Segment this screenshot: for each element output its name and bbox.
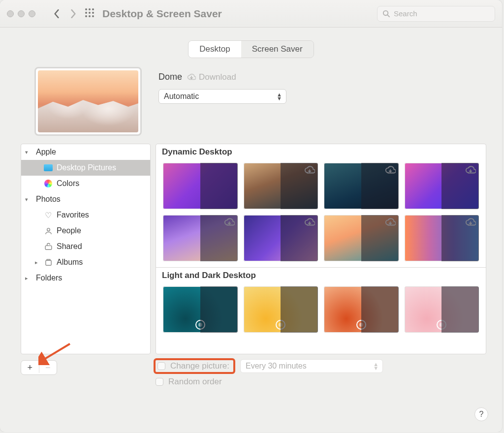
random-order-label: Random order <box>168 377 222 387</box>
cloud-download-icon <box>385 165 396 178</box>
wallpaper-thumb[interactable] <box>244 163 318 209</box>
change-interval-select[interactable]: Every 30 minutes ▲▼ <box>240 359 383 373</box>
change-interval-value: Every 30 minutes <box>246 362 307 371</box>
download-icon <box>187 73 196 82</box>
tree-item-colors[interactable]: Colors <box>21 176 150 191</box>
wallpaper-thumb[interactable] <box>244 215 318 261</box>
wallpaper-thumb[interactable] <box>163 286 238 333</box>
dynamic-badge-icon <box>195 320 205 330</box>
wallpaper-gallery[interactable]: Dynamic Desktop <box>156 144 486 354</box>
svg-point-5 <box>92 12 94 14</box>
search-icon <box>382 10 390 17</box>
svg-point-1 <box>89 8 91 10</box>
cloud-download-icon <box>224 217 235 230</box>
albums-icon <box>43 258 54 267</box>
chevron-updown-icon: ▲▼ <box>373 362 378 370</box>
cloud-download-icon <box>465 165 476 178</box>
wallpaper-thumb[interactable] <box>405 163 479 209</box>
chevron-down-icon: ▾ <box>25 196 33 203</box>
wallpaper-thumb[interactable] <box>405 286 479 333</box>
search-field[interactable] <box>377 6 495 22</box>
wallpaper-name: Dome <box>158 72 182 82</box>
wallpaper-thumb[interactable] <box>324 163 399 209</box>
tree-item-people[interactable]: People <box>21 223 150 239</box>
svg-point-8 <box>92 15 94 17</box>
section-lightdark: Light and Dark Desktop <box>156 267 486 282</box>
shared-icon <box>43 243 54 251</box>
preferences-window: Desktop & Screen Saver Desktop Screen Sa… <box>0 0 502 432</box>
download-wallpaper-button[interactable]: Download <box>187 72 236 82</box>
download-label: Download <box>199 72 236 82</box>
tree-group-photos[interactable]: ▾ Photos <box>21 191 150 207</box>
cloud-download-icon <box>465 217 476 230</box>
dynamic-badge-icon <box>437 320 446 330</box>
search-input[interactable] <box>393 9 490 18</box>
svg-line-10 <box>387 15 389 17</box>
svg-rect-13 <box>45 260 51 265</box>
wallpaper-thumb[interactable] <box>324 286 399 333</box>
wallpaper-thumb[interactable] <box>324 215 399 261</box>
cloud-download-icon <box>304 165 315 178</box>
random-order-checkbox[interactable] <box>156 378 163 386</box>
svg-point-7 <box>89 15 91 17</box>
close-window-button[interactable] <box>7 10 14 17</box>
tab-desktop[interactable]: Desktop <box>189 41 241 58</box>
tree-group-folders[interactable]: ▸ Folders <box>21 270 150 286</box>
svg-point-11 <box>47 228 50 231</box>
svg-point-6 <box>85 15 87 17</box>
window-controls <box>7 10 35 17</box>
svg-line-15 <box>42 344 70 361</box>
heart-icon: ♡ <box>43 211 54 220</box>
svg-point-0 <box>85 8 87 10</box>
tree-item-desktop-pictures[interactable]: Desktop Pictures <box>21 160 150 176</box>
source-list[interactable]: ▾ Apple Desktop Pictures Colors ▾ Photos… <box>21 144 151 354</box>
tab-bar: Desktop Screen Saver <box>0 40 502 58</box>
appearance-mode-select[interactable]: Automatic ▲▼ <box>158 89 286 104</box>
wallpaper-thumb[interactable] <box>163 163 238 209</box>
cloud-download-icon <box>385 217 396 230</box>
show-all-icon[interactable] <box>85 8 94 20</box>
tree-item-shared[interactable]: Shared <box>21 239 150 254</box>
people-icon <box>43 227 54 235</box>
wallpaper-thumb[interactable] <box>163 215 238 261</box>
window-title: Desktop & Screen Saver <box>102 8 377 20</box>
chevron-down-icon: ▾ <box>25 149 33 155</box>
wallpaper-thumb[interactable] <box>244 286 318 333</box>
svg-point-3 <box>85 12 87 14</box>
tree-item-albums[interactable]: ▸ Albums <box>21 254 150 270</box>
minimize-window-button[interactable] <box>18 10 25 17</box>
cloud-download-icon <box>304 217 315 230</box>
change-picture-checkbox[interactable] <box>158 362 165 370</box>
tree-group-apple[interactable]: ▾ Apple <box>21 144 150 160</box>
svg-rect-14 <box>46 259 50 260</box>
tab-screen-saver[interactable]: Screen Saver <box>241 41 314 58</box>
add-folder-button[interactable]: + <box>21 363 39 373</box>
annotation-arrow-icon <box>38 341 74 367</box>
dynamic-badge-icon <box>276 320 285 330</box>
svg-point-4 <box>89 12 91 14</box>
wallpaper-thumb[interactable] <box>405 215 479 261</box>
tree-item-favorites[interactable]: ♡ Favorites <box>21 207 150 223</box>
folder-icon <box>44 164 53 171</box>
zoom-window-button[interactable] <box>29 10 35 17</box>
colors-icon <box>44 180 52 187</box>
dynamic-badge-icon <box>356 320 366 330</box>
change-picture-label: Change picture: <box>170 361 229 371</box>
help-button[interactable]: ? <box>474 407 488 421</box>
forward-button[interactable] <box>65 6 82 21</box>
current-wallpaper-preview <box>34 67 142 136</box>
annotation-highlight: Change picture: <box>154 358 235 374</box>
titlebar: Desktop & Screen Saver <box>0 0 502 28</box>
section-dynamic: Dynamic Desktop <box>156 144 486 159</box>
chevron-right-icon: ▸ <box>35 259 43 266</box>
chevron-updown-icon: ▲▼ <box>277 93 282 100</box>
back-button[interactable] <box>48 6 65 21</box>
svg-rect-12 <box>45 246 52 249</box>
chevron-right-icon: ▸ <box>25 275 33 281</box>
svg-point-2 <box>92 8 94 10</box>
appearance-mode-value: Automatic <box>164 92 199 101</box>
